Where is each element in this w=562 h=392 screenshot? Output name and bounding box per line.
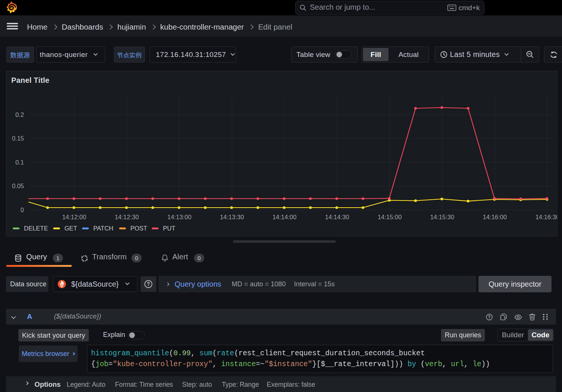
svg-text:0: 0 <box>21 206 24 213</box>
svg-text:14:13:30: 14:13:30 <box>220 214 244 220</box>
svg-text:14:16:00: 14:16:00 <box>483 214 507 220</box>
svg-text:0.05: 0.05 <box>12 183 24 189</box>
svg-text:14:15:30: 14:15:30 <box>430 214 454 220</box>
svg-text:14:16:30: 14:16:30 <box>535 214 558 220</box>
svg-text:0.15: 0.15 <box>12 135 24 142</box>
svg-text:14:13:00: 14:13:00 <box>167 214 191 220</box>
svg-text:0.2: 0.2 <box>15 111 24 118</box>
svg-text:14:15:00: 14:15:00 <box>378 214 402 220</box>
svg-text:14:14:00: 14:14:00 <box>272 214 296 220</box>
svg-text:0.1: 0.1 <box>15 159 24 166</box>
svg-text:14:14:30: 14:14:30 <box>325 214 349 220</box>
svg-text:14:12:30: 14:12:30 <box>115 214 139 220</box>
svg-text:14:12:00: 14:12:00 <box>62 214 86 220</box>
